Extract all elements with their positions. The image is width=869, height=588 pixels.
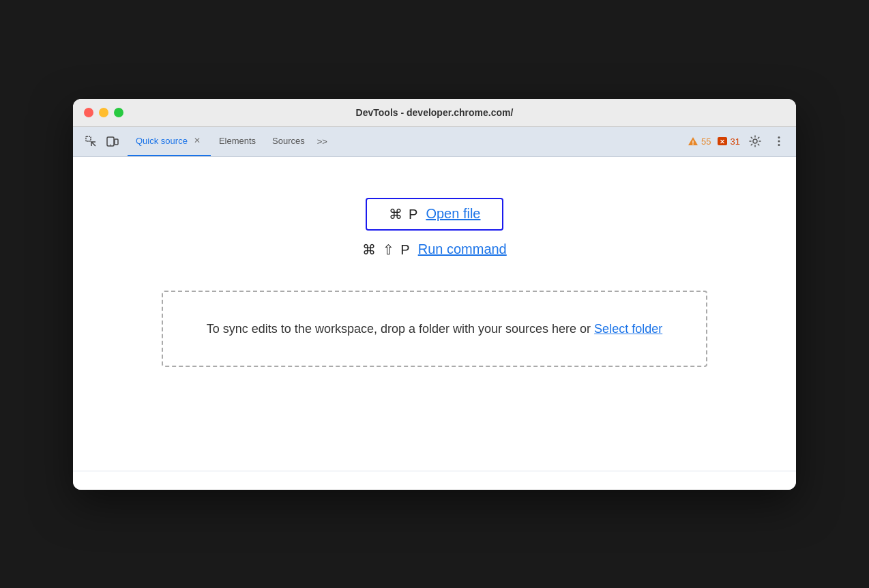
svg-text:!: ! [692,139,694,146]
tab-close-quick-source[interactable]: ✕ [192,135,203,146]
open-file-shortcut-keys: ⌘ P [389,206,419,222]
select-folder-link[interactable]: Select folder [594,322,662,336]
more-button[interactable] [770,132,788,150]
workspace-drop-zone[interactable]: To sync edits to the workspace, drop a f… [162,291,707,368]
toolbar-icons [81,132,122,151]
toolbar-right: ! 55 ✕ 31 [688,132,788,151]
device-toolbar-icon [106,135,119,147]
svg-rect-2 [115,139,118,145]
title-bar: DevTools - developer.chrome.com/ [73,99,796,127]
warning-icon: ! [688,136,698,146]
tab-elements[interactable]: Elements [211,127,264,156]
error-badge[interactable]: ✕ 31 [717,136,740,147]
window-controls [84,108,123,117]
svg-point-10 [778,141,780,143]
run-command-link[interactable]: Run command [418,241,507,257]
main-content: ⌘ P Open file ⌘ ⇧ P Run command To sync … [73,157,796,471]
svg-point-3 [110,145,111,146]
toolbar: Quick source ✕ Elements Sources >> ! 55 [73,127,796,157]
run-command-shortcut-row: ⌘ ⇧ P Run command [362,241,507,258]
error-icon: ✕ [717,136,728,146]
window-title: DevTools - developer.chrome.com/ [356,107,514,118]
inspect-element-icon [85,135,97,147]
bottom-bar [73,471,796,490]
drop-zone-text: To sync edits to the workspace, drop a f… [204,319,665,339]
open-file-link[interactable]: Open file [426,206,480,222]
svg-rect-0 [86,136,91,141]
tabs: Quick source ✕ Elements Sources >> [128,127,688,156]
svg-point-8 [753,139,757,143]
close-button[interactable] [84,108,93,117]
settings-button[interactable] [746,132,765,151]
svg-point-9 [778,136,780,138]
warning-badge[interactable]: ! 55 [688,136,711,147]
svg-text:✕: ✕ [720,138,725,145]
inspect-element-button[interactable] [81,132,100,151]
devtools-window: DevTools - developer.chrome.com/ [73,99,796,490]
svg-point-11 [778,144,780,146]
tab-overflow-button[interactable]: >> [313,136,332,147]
tab-sources[interactable]: Sources [264,127,313,156]
tab-quick-source[interactable]: Quick source ✕ [128,127,211,156]
more-icon [773,135,785,147]
minimize-button[interactable] [99,108,108,117]
run-command-shortcut-keys: ⌘ ⇧ P [362,241,411,258]
open-file-shortcut-box: ⌘ P Open file [366,198,504,231]
settings-icon [748,134,762,148]
device-toolbar-button[interactable] [103,132,122,151]
maximize-button[interactable] [114,108,123,117]
